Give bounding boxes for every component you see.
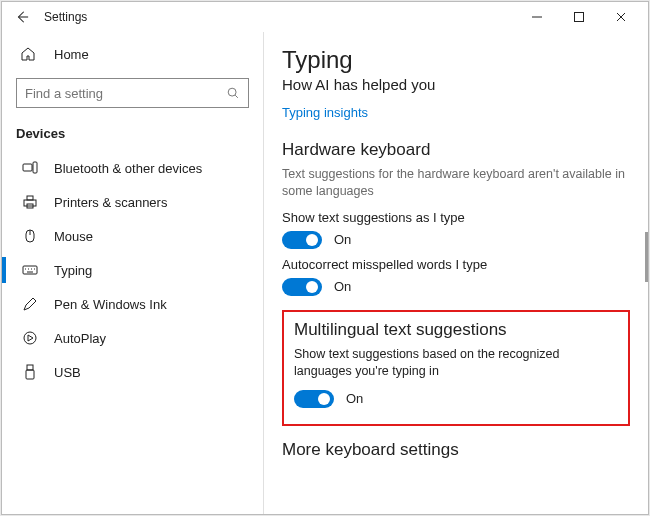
page-title: Typing xyxy=(282,46,630,74)
keyboard-icon xyxy=(20,262,40,278)
svg-rect-10 xyxy=(27,365,33,370)
sidebar-item-label: Printers & scanners xyxy=(54,195,167,210)
home-nav[interactable]: Home xyxy=(2,38,263,70)
sidebar-item-label: Typing xyxy=(54,263,92,278)
svg-rect-11 xyxy=(26,370,34,379)
settings-window: Settings Home xyxy=(1,1,649,515)
suggestions-toggle[interactable] xyxy=(282,231,322,249)
sidebar-item-printers[interactable]: Printers & scanners xyxy=(2,185,263,219)
sidebar-item-label: Mouse xyxy=(54,229,93,244)
sidebar-item-pen[interactable]: Pen & Windows Ink xyxy=(2,287,263,321)
sidebar-item-label: Pen & Windows Ink xyxy=(54,297,167,312)
sidebar-item-mouse[interactable]: Mouse xyxy=(2,219,263,253)
search-icon xyxy=(226,86,240,100)
home-icon xyxy=(20,46,40,62)
multilingual-state: On xyxy=(346,391,363,406)
window-title: Settings xyxy=(44,10,87,24)
sidebar-item-autoplay[interactable]: AutoPlay xyxy=(2,321,263,355)
search-box[interactable] xyxy=(16,78,249,108)
suggestions-state: On xyxy=(334,232,351,247)
back-button[interactable] xyxy=(8,3,36,31)
close-button[interactable] xyxy=(600,3,642,31)
autoplay-icon xyxy=(20,330,40,346)
suggestions-label: Show text suggestions as I type xyxy=(282,210,630,225)
hardware-keyboard-section: Hardware keyboard Text suggestions for t… xyxy=(282,140,630,296)
multilingual-toggle[interactable] xyxy=(294,390,334,408)
autocorrect-state: On xyxy=(334,279,351,294)
scrollbar[interactable] xyxy=(645,232,648,282)
more-keyboard-heading: More keyboard settings xyxy=(282,440,630,460)
svg-rect-8 xyxy=(23,266,37,274)
sidebar-section-label: Devices xyxy=(2,122,263,151)
printer-icon xyxy=(20,194,40,210)
svg-rect-0 xyxy=(575,13,584,22)
search-input[interactable] xyxy=(25,86,226,101)
sidebar: Home Devices Bluetooth & other devices xyxy=(2,32,264,514)
titlebar: Settings xyxy=(2,2,648,32)
sidebar-item-label: AutoPlay xyxy=(54,331,106,346)
sidebar-item-label: Bluetooth & other devices xyxy=(54,161,202,176)
main-panel: Typing How AI has helped you Typing insi… xyxy=(264,32,648,514)
sidebar-item-bluetooth[interactable]: Bluetooth & other devices xyxy=(2,151,263,185)
typing-insights-link[interactable]: Typing insights xyxy=(282,105,630,120)
maximize-button[interactable] xyxy=(558,3,600,31)
svg-point-9 xyxy=(24,332,36,344)
usb-icon xyxy=(20,364,40,380)
multilingual-section-highlight: Multilingual text suggestions Show text … xyxy=(282,310,630,426)
svg-point-1 xyxy=(228,88,236,96)
hardware-heading: Hardware keyboard xyxy=(282,140,630,160)
sidebar-item-typing[interactable]: Typing xyxy=(2,253,263,287)
devices-icon xyxy=(20,160,40,176)
svg-rect-5 xyxy=(27,196,33,200)
pen-icon xyxy=(20,296,40,312)
window-controls xyxy=(516,3,642,31)
svg-rect-3 xyxy=(33,162,37,173)
hardware-desc: Text suggestions for the hardware keyboa… xyxy=(282,166,630,200)
sidebar-item-label: USB xyxy=(54,365,81,380)
minimize-button[interactable] xyxy=(516,3,558,31)
content-area: Home Devices Bluetooth & other devices xyxy=(2,32,648,514)
suggestions-toggle-row: On xyxy=(282,231,630,249)
multilingual-toggle-row: On xyxy=(294,390,618,408)
svg-rect-4 xyxy=(24,200,36,206)
svg-rect-2 xyxy=(23,164,32,171)
autocorrect-toggle[interactable] xyxy=(282,278,322,296)
sidebar-item-usb[interactable]: USB xyxy=(2,355,263,389)
autocorrect-label: Autocorrect misspelled words I type xyxy=(282,257,630,272)
multilingual-heading: Multilingual text suggestions xyxy=(294,320,618,340)
home-label: Home xyxy=(54,47,89,62)
mouse-icon xyxy=(20,228,40,244)
autocorrect-toggle-row: On xyxy=(282,278,630,296)
page-subtitle: How AI has helped you xyxy=(282,76,630,93)
multilingual-desc: Show text suggestions based on the recog… xyxy=(294,346,618,380)
